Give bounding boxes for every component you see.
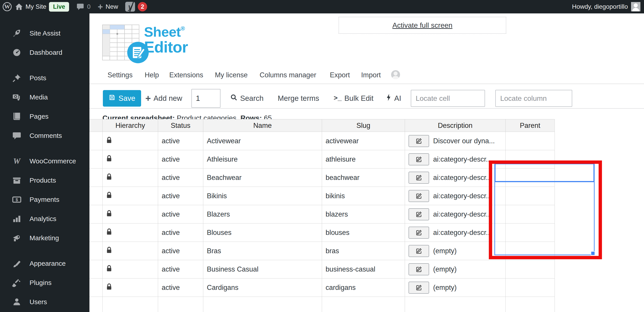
cell-name[interactable]: Blouses: [203, 224, 322, 242]
cell-name[interactable]: Cardigans: [203, 279, 322, 297]
cell-hierarchy[interactable]: [103, 169, 158, 187]
sidebar-item-users[interactable]: Users: [0, 292, 90, 312]
ai-button[interactable]: AI: [386, 94, 401, 103]
cell-hierarchy[interactable]: [103, 242, 158, 260]
cell-status[interactable]: active: [158, 260, 203, 279]
wordpress-logo-icon[interactable]: W: [3, 2, 12, 11]
cell-parent[interactable]: [506, 242, 555, 260]
bulk-edit-button[interactable]: >_ Bulk Edit: [334, 94, 374, 103]
menu-avatar-icon[interactable]: [391, 70, 400, 79]
cell-name[interactable]: Activewear: [203, 132, 322, 150]
cell-slug[interactable]: blouses: [322, 224, 405, 242]
menu-import[interactable]: Import: [361, 71, 381, 79]
cell-slug[interactable]: bikinis: [322, 187, 405, 205]
cell-description-selected[interactable]: ai:category-descr...: [405, 205, 506, 224]
sidebar-item-comments[interactable]: Comments: [0, 126, 90, 145]
cell-hierarchy[interactable]: [103, 224, 158, 242]
sidebar-item-posts[interactable]: Posts: [0, 68, 90, 88]
cell-slug[interactable]: blazers: [322, 205, 405, 224]
cell-hierarchy[interactable]: [103, 132, 158, 150]
sidebar-item-analytics[interactable]: Analytics: [0, 209, 90, 228]
cell-name[interactable]: Bras: [203, 242, 322, 260]
menu-settings[interactable]: Settings: [108, 71, 132, 79]
cell-parent[interactable]: [506, 279, 555, 297]
menu-columns-manager[interactable]: Columns manager: [260, 71, 316, 79]
cell-description-selected[interactable]: ai:category-descr...: [405, 187, 506, 205]
cell-name[interactable]: Athleisure: [203, 150, 322, 169]
edit-description-button[interactable]: [408, 135, 429, 147]
locate-cell-input[interactable]: [411, 90, 485, 107]
edit-description-button[interactable]: [408, 227, 429, 239]
cell-slug[interactable]: athleisure: [322, 150, 405, 169]
menu-export[interactable]: Export: [330, 71, 350, 79]
cell-name[interactable]: Beachwear: [203, 169, 322, 187]
sidebar-item-pages[interactable]: Pages: [0, 107, 90, 126]
sidebar-item-appearance[interactable]: Appearance: [0, 254, 90, 273]
locate-column-input[interactable]: [495, 90, 572, 107]
edit-description-button[interactable]: [408, 282, 429, 294]
cell-slug[interactable]: business-casual: [322, 260, 405, 279]
cell-hierarchy[interactable]: [103, 279, 158, 297]
header-hierarchy[interactable]: Hierarchy: [103, 119, 158, 132]
cell-parent[interactable]: [506, 224, 555, 242]
cell-status[interactable]: active: [158, 279, 203, 297]
cell-slug[interactable]: bras: [322, 242, 405, 260]
add-count-input[interactable]: [192, 89, 220, 108]
admin-bar-new[interactable]: + New: [94, 0, 122, 13]
cell-parent[interactable]: [506, 132, 555, 150]
edit-description-button[interactable]: [408, 245, 429, 257]
admin-bar-comments[interactable]: 0: [73, 0, 94, 13]
add-new-button[interactable]: + Add new: [145, 94, 182, 103]
search-button[interactable]: Search: [230, 94, 264, 103]
cell-description-selected[interactable]: ai:category-descr...: [405, 169, 506, 187]
cell-description[interactable]: (empty): [405, 242, 506, 260]
cell-status[interactable]: active: [158, 224, 203, 242]
cell-slug[interactable]: cardigans: [322, 279, 405, 297]
cell-name[interactable]: Blazers: [203, 205, 322, 224]
header-slug[interactable]: Slug: [322, 119, 405, 132]
cell-hierarchy[interactable]: [103, 205, 158, 224]
admin-bar-yoast[interactable]: y 2: [122, 0, 151, 13]
cell-slug[interactable]: beachwear: [322, 169, 405, 187]
sidebar-item-media[interactable]: Media: [0, 88, 90, 107]
header-parent[interactable]: Parent: [506, 119, 555, 132]
cell-description[interactable]: Discover our dyna...: [405, 132, 506, 150]
cell-status[interactable]: active: [158, 205, 203, 224]
header-description[interactable]: Description: [405, 119, 506, 132]
sidebar-item-payments[interactable]: $ Payments: [0, 190, 90, 209]
menu-help[interactable]: Help: [145, 71, 159, 79]
header-status[interactable]: Status: [158, 119, 203, 132]
cell-description[interactable]: (empty): [405, 279, 506, 297]
menu-my-license[interactable]: My license: [215, 71, 248, 79]
sidebar-item-plugins[interactable]: Plugins: [0, 273, 90, 292]
cell-status[interactable]: active: [158, 150, 203, 169]
edit-description-button[interactable]: [408, 172, 429, 184]
cell-name[interactable]: Business Casual: [203, 260, 322, 279]
cell-status[interactable]: active: [158, 242, 203, 260]
cell-parent[interactable]: [506, 187, 555, 205]
cell-description[interactable]: (empty): [405, 260, 506, 279]
cell-parent[interactable]: [506, 205, 555, 224]
edit-description-button[interactable]: [408, 190, 429, 202]
sidebar-item-dashboard[interactable]: Dashboard: [0, 43, 90, 62]
cell-description-selected[interactable]: ai:category-descr...: [405, 224, 506, 242]
cell-parent[interactable]: [506, 169, 555, 187]
cell-status[interactable]: active: [158, 132, 203, 150]
merge-terms-button[interactable]: Merge terms: [278, 94, 319, 103]
edit-description-button[interactable]: [408, 208, 429, 220]
cell-hierarchy[interactable]: [103, 150, 158, 169]
cell-name[interactable]: Bikinis: [203, 187, 322, 205]
cell-status[interactable]: active: [158, 187, 203, 205]
cell-hierarchy[interactable]: [103, 260, 158, 279]
cell-parent[interactable]: [506, 150, 555, 169]
sidebar-item-marketing[interactable]: Marketing: [0, 228, 90, 248]
cell-parent[interactable]: [506, 260, 555, 279]
cell-description-selected[interactable]: ai:category-descr...: [405, 150, 506, 169]
sidebar-item-site-assist[interactable]: Site Assist: [0, 24, 90, 43]
activate-fullscreen-link[interactable]: Activate full screen: [392, 21, 452, 29]
cell-hierarchy[interactable]: [103, 187, 158, 205]
save-button[interactable]: Save: [103, 90, 141, 107]
cell-status[interactable]: active: [158, 169, 203, 187]
admin-bar-site-menu[interactable]: My Site Live: [12, 0, 73, 13]
cell-slug[interactable]: activewear: [322, 132, 405, 150]
